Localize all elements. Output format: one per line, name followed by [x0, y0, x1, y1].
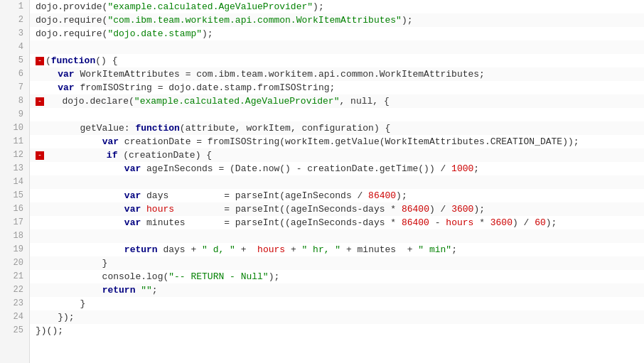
- line-numbers: 1 2 3 4 5 6 7 8 9 10 11 12 13 14 15 16 1…: [0, 0, 30, 363]
- line-num-25: 25: [0, 324, 29, 337]
- code-line-12: - if (creationDate) {: [30, 148, 644, 162]
- code-line-7: var fromISOString = dojo.date.stamp.from…: [30, 81, 644, 94]
- code-line-11: var creationDate = fromISOString(workIte…: [30, 135, 644, 148]
- line-num-4: 4: [0, 40, 29, 54]
- code-line-3: dojo.require("dojo.date.stamp");: [30, 27, 644, 40]
- code-line-4: [30, 40, 644, 54]
- fold-marker-12[interactable]: -: [36, 151, 44, 160]
- code-line-20: }: [30, 256, 644, 270]
- code-line-17: var minutes = parseInt((ageInSeconds-day…: [30, 216, 644, 229]
- line-num-24: 24: [0, 310, 29, 324]
- code-line-16: var hours = parseInt((ageInSeconds-days …: [30, 202, 644, 216]
- line-num-8: 8: [0, 94, 29, 108]
- line-num-20: 20: [0, 256, 29, 270]
- line-num-2: 2: [0, 13, 29, 27]
- line-num-17: 17: [0, 216, 29, 229]
- line-num-16: 16: [0, 202, 29, 216]
- line-num-9: 9: [0, 108, 29, 121]
- line-num-18: 18: [0, 229, 29, 243]
- line-num-15: 15: [0, 189, 29, 202]
- code-content[interactable]: dojo.provide("example.calculated.AgeValu…: [30, 0, 644, 363]
- code-line-22: return "";: [30, 283, 644, 297]
- code-line-8: - dojo.declare("example.calculated.AgeVa…: [30, 94, 644, 108]
- code-line-5: -(function() {: [30, 54, 644, 67]
- code-area: 1 2 3 4 5 6 7 8 9 10 11 12 13 14 15 16 1…: [0, 0, 644, 363]
- line-num-14: 14: [0, 175, 29, 189]
- fold-marker-8[interactable]: -: [36, 97, 44, 106]
- code-line-13: var ageInSeconds = (Date.now() - creatio…: [30, 162, 644, 175]
- fold-marker-5[interactable]: -: [36, 57, 44, 65]
- code-line-25: })();: [30, 324, 644, 337]
- line-num-3: 3: [0, 27, 29, 40]
- code-line-18: [30, 229, 644, 243]
- line-num-12: 12: [0, 148, 29, 162]
- line-num-5: 5: [0, 54, 29, 67]
- code-line-2: dojo.require("com.ibm.team.workitem.api.…: [30, 13, 644, 27]
- line-num-6: 6: [0, 67, 29, 81]
- line-num-1: 1: [0, 0, 29, 13]
- code-line-14: [30, 175, 644, 189]
- line-num-23: 23: [0, 297, 29, 310]
- code-editor: 1 2 3 4 5 6 7 8 9 10 11 12 13 14 15 16 1…: [0, 0, 644, 363]
- line-num-13: 13: [0, 162, 29, 175]
- code-line-23: }: [30, 297, 644, 310]
- code-line-21: console.log("-- RETURN - Null");: [30, 270, 644, 283]
- code-line-9: [30, 108, 644, 121]
- code-line-19: return days + " d, " + hours + " hr, " +…: [30, 243, 644, 256]
- line-num-7: 7: [0, 81, 29, 94]
- code-line-6: var WorkItemAttributes = com.ibm.team.wo…: [30, 67, 644, 81]
- code-line-1: dojo.provide("example.calculated.AgeValu…: [30, 0, 644, 13]
- line-num-22: 22: [0, 283, 29, 297]
- line-num-10: 10: [0, 121, 29, 135]
- code-line-15: var days = parseInt(ageInSeconds / 86400…: [30, 189, 644, 202]
- line-num-21: 21: [0, 270, 29, 283]
- code-line-10: getValue: function(attribute, workItem, …: [30, 121, 644, 135]
- line-num-11: 11: [0, 135, 29, 148]
- line-num-19: 19: [0, 243, 29, 256]
- code-line-24: });: [30, 310, 644, 324]
